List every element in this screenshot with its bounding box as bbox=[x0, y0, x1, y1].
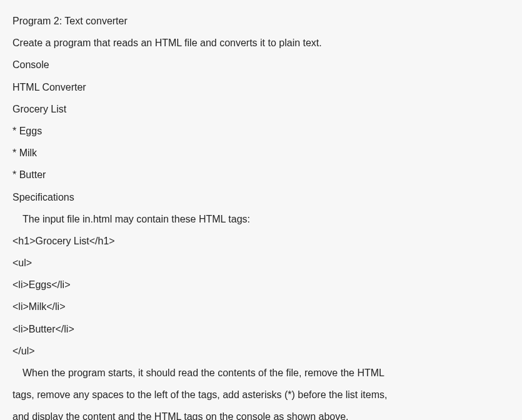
html-tag-li-butter: <li>Butter</li> bbox=[13, 318, 509, 340]
spec-input-file: The input file in.html may contain these… bbox=[13, 208, 509, 230]
output-grocery-list: Grocery List bbox=[13, 98, 509, 120]
console-label: Console bbox=[13, 54, 509, 76]
output-item-milk: * Milk bbox=[13, 142, 509, 164]
output-item-eggs: * Eggs bbox=[13, 120, 509, 142]
program-description: Create a program that reads an HTML file… bbox=[13, 32, 509, 54]
html-tag-h1: <h1>Grocery List</h1> bbox=[13, 230, 509, 252]
spec-behavior-line-1: When the program starts, it should read … bbox=[13, 362, 509, 384]
spec-behavior-line-3: and display the content and the HTML tag… bbox=[13, 406, 509, 420]
html-tag-li-milk: <li>Milk</li> bbox=[13, 296, 509, 318]
spec-behavior-line-2: tags, remove any spaces to the left of t… bbox=[13, 384, 509, 406]
html-tag-ul-open: <ul> bbox=[13, 252, 509, 274]
html-tag-li-eggs: <li>Eggs</li> bbox=[13, 274, 509, 296]
document-content: Program 2: Text converter Create a progr… bbox=[13, 10, 509, 420]
program-title: Program 2: Text converter bbox=[13, 10, 509, 32]
output-item-butter: * Butter bbox=[13, 164, 509, 186]
html-tag-ul-close: </ul> bbox=[13, 340, 509, 362]
console-heading: HTML Converter bbox=[13, 76, 509, 98]
specifications-label: Specifications bbox=[13, 186, 509, 208]
